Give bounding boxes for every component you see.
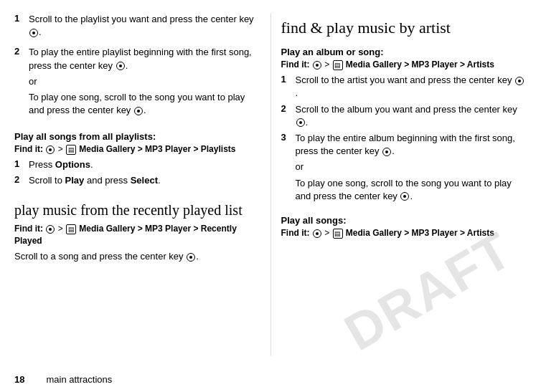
footer-label: main attractions (46, 374, 112, 385)
step-number: 2 (14, 46, 24, 117)
step-1-artists: 1 Scroll to the artist you want and pres… (281, 74, 527, 100)
or-divider: or (296, 161, 527, 173)
section-heading-all-songs: Play all songs: (281, 215, 527, 226)
center-key-icon (46, 145, 55, 154)
left-column: 1 Scroll to the playlist you want and pr… (14, 13, 260, 356)
section-play-album: Play an album or song: Find it: > Media … (281, 45, 527, 205)
step-number: 1 (14, 158, 24, 171)
media-gallery-icon (66, 145, 76, 155)
step-2-artists: 2 Scroll to the album you want and press… (281, 103, 527, 129)
center-key-icon (187, 253, 195, 262)
center-key-icon (29, 29, 38, 37)
page-number: 18 (14, 374, 24, 385)
page-content: 1 Scroll to the playlist you want and pr… (0, 0, 541, 363)
center-key-icon (134, 107, 143, 115)
section-heading-album: Play an album or song: (281, 47, 527, 57)
right-column: find & play music by artist Play an albu… (281, 13, 527, 356)
section-heading: Play all songs from all playlists: (14, 131, 260, 142)
step-text: Scroll to the playlist you want and pres… (29, 13, 260, 39)
center-key-icon (400, 192, 409, 201)
step-2-playlists: 2 Scroll to Play and press Select. (14, 174, 260, 187)
center-key-icon (382, 148, 391, 156)
section-recently-played: play music from the recently played list… (14, 201, 260, 263)
center-key-icon (46, 225, 55, 234)
or-divider: or (29, 75, 260, 88)
step-text: Scroll to Play and press Select. (29, 174, 161, 187)
main-heading: find & play music by artist (281, 19, 527, 37)
step-number: 2 (281, 103, 291, 129)
recently-played-heading: play music from the recently played list (14, 201, 260, 219)
step-2-left: 2 To play the entire playlist beginning … (14, 46, 260, 117)
center-key-icon (296, 118, 305, 127)
step-number: 1 (281, 74, 291, 100)
section-play-all-songs: Play all songs: Find it: > Media Gallery… (281, 214, 527, 242)
center-key-icon (116, 62, 125, 70)
page-footer: 18 main attractions (14, 374, 112, 385)
media-gallery-icon (66, 224, 76, 234)
find-it-line: Find it: > Media Gallery > MP3 Player > … (14, 143, 260, 156)
step-number: 1 (14, 13, 24, 39)
find-it-line-artists: Find it: > Media Gallery > MP3 Player > … (281, 59, 527, 71)
step-text: Scroll to the album you want and press t… (296, 103, 527, 129)
step-1-left: 1 Scroll to the playlist you want and pr… (14, 13, 260, 39)
step-3-artists: 3 To play the entire album beginning wit… (281, 132, 527, 203)
step-text: To play the entire album beginning with … (296, 132, 527, 203)
find-it-line-recently: Find it: > Media Gallery > MP3 Player > … (14, 223, 260, 247)
media-gallery-icon (333, 60, 343, 70)
step-number: 3 (281, 132, 291, 203)
column-divider (270, 13, 271, 356)
step-text: Scroll to the artist you want and press … (296, 74, 527, 100)
section-play-all-playlists: Play all songs from all playlists: Find … (14, 130, 260, 190)
recently-played-text: Scroll to a song and press the center ke… (14, 250, 260, 263)
step-1-playlists: 1 Press Options. (14, 158, 260, 171)
step-text: To play the entire playlist beginning wi… (29, 46, 260, 117)
center-key-icon (313, 61, 321, 70)
center-key-icon (515, 77, 524, 85)
media-gallery-icon (333, 229, 343, 239)
step-number: 2 (14, 174, 24, 187)
step-text: Press Options. (29, 158, 93, 171)
find-it-line-all-songs: Find it: > Media Gallery > MP3 Player > … (281, 227, 527, 239)
center-key-icon (313, 229, 321, 238)
